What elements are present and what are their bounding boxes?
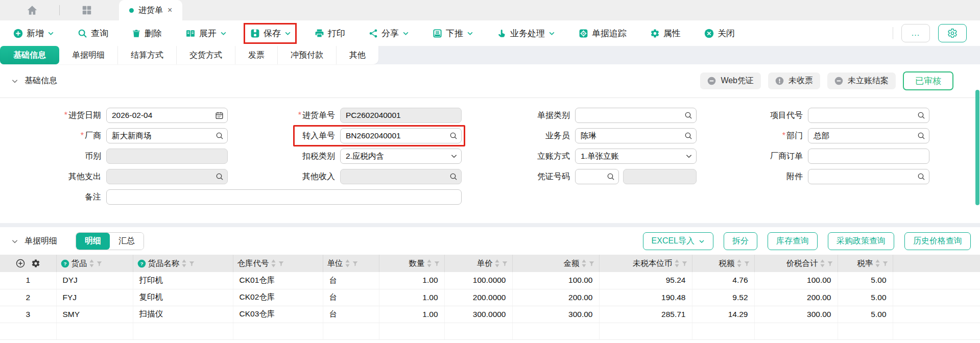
history-price-query-button[interactable]: 历史价格查询: [904, 232, 971, 250]
purchase-date-field[interactable]: 2026-02-04: [106, 108, 228, 123]
sort-icons[interactable]: [89, 259, 94, 267]
voucher-no-search-field[interactable]: [575, 169, 619, 184]
filter-icon[interactable]: [434, 260, 440, 267]
filter-icon[interactable]: [882, 260, 889, 267]
share-button[interactable]: 分享: [369, 28, 409, 39]
vendor-field[interactable]: 新大新商场: [106, 128, 228, 143]
push-down-button[interactable]: 下推: [433, 28, 473, 39]
sort-icons[interactable]: [582, 259, 586, 267]
search-icon[interactable]: [449, 132, 458, 140]
more-button[interactable]: ...: [901, 24, 930, 42]
toggle-summary-button[interactable]: 汇总: [110, 233, 144, 250]
collapse-chevron-icon[interactable]: [11, 78, 18, 85]
excel-import-button[interactable]: EXCEL导入: [643, 232, 713, 250]
sort-icons[interactable]: [345, 259, 350, 267]
tab-invoice[interactable]: 发票: [235, 46, 278, 64]
search-icon[interactable]: [917, 111, 925, 119]
filter-icon[interactable]: [352, 260, 358, 267]
search-icon[interactable]: [216, 132, 224, 140]
search-icon[interactable]: [449, 173, 458, 181]
document-tab[interactable]: 进货单 ×: [119, 0, 182, 20]
business-process-button[interactable]: 业务处理: [497, 28, 555, 39]
query-button[interactable]: 查询: [78, 28, 108, 39]
vertical-scrollbar-thumb[interactable]: [975, 90, 979, 205]
inventory-query-button[interactable]: 库存查询: [768, 232, 818, 250]
toggle-detail-button[interactable]: 明细: [76, 233, 110, 250]
tab-delivery-method[interactable]: 交货方式: [177, 46, 235, 64]
tab-document-detail[interactable]: 单据明细: [59, 46, 118, 64]
attachment-field[interactable]: [808, 169, 929, 184]
search-icon[interactable]: [917, 132, 925, 140]
other-expense-field[interactable]: [106, 169, 228, 184]
apps-grid-icon[interactable]: [81, 5, 92, 16]
col-unit[interactable]: 单位: [327, 258, 375, 269]
filter-icon[interactable]: [827, 260, 833, 267]
sort-icons[interactable]: [271, 259, 276, 267]
filter-icon[interactable]: [744, 260, 750, 267]
table-row[interactable]: 1 DYJ 打印机 CK01仓库 台 1.00 100.0000 100.00 …: [0, 272, 980, 289]
col-warehouse[interactable]: 仓库代号: [237, 258, 319, 269]
document-trace-button[interactable]: 单据追踪: [579, 28, 627, 39]
search-icon[interactable]: [216, 173, 224, 181]
close-button[interactable]: 关闭: [704, 28, 735, 39]
sort-icons[interactable]: [675, 259, 679, 267]
add-row-icon[interactable]: [16, 259, 25, 268]
tab-other[interactable]: 其他: [337, 46, 378, 64]
department-field[interactable]: 总部: [808, 128, 929, 143]
remark-field[interactable]: [106, 189, 462, 205]
column-settings-icon[interactable]: [31, 259, 40, 268]
chevron-down-icon[interactable]: [450, 153, 458, 160]
sort-icons[interactable]: [495, 259, 499, 267]
split-button[interactable]: 拆分: [724, 232, 757, 250]
print-button[interactable]: 打印: [315, 28, 345, 39]
home-icon[interactable]: [27, 5, 38, 16]
delete-button[interactable]: 删除: [132, 28, 162, 39]
sort-icons[interactable]: [182, 259, 186, 267]
vendor-order-field[interactable]: [808, 149, 929, 164]
add-button[interactable]: 新增: [13, 28, 54, 39]
collapse-chevron-icon[interactable]: [11, 238, 18, 245]
filter-icon[interactable]: [588, 260, 595, 267]
sort-icons[interactable]: [820, 259, 825, 267]
calendar-icon[interactable]: [215, 111, 224, 120]
save-button[interactable]: 保存: [250, 28, 291, 39]
col-tax[interactable]: 税额: [697, 258, 750, 269]
doc-category-field[interactable]: [575, 108, 697, 123]
properties-button[interactable]: 属性: [650, 28, 681, 39]
expand-button[interactable]: 展开: [185, 28, 227, 39]
sort-icons[interactable]: [427, 259, 432, 267]
settings-button[interactable]: [938, 24, 967, 42]
col-net-amount[interactable]: 未税本位币: [604, 258, 688, 269]
col-item-name[interactable]: ? 货品名称: [137, 258, 229, 269]
filter-icon[interactable]: [188, 260, 195, 267]
project-code-field[interactable]: [808, 108, 929, 123]
other-income-field[interactable]: [340, 169, 462, 184]
transfer-no-field[interactable]: BN2602040001: [340, 128, 462, 143]
filter-icon[interactable]: [96, 260, 103, 267]
filter-icon[interactable]: [501, 260, 508, 267]
search-icon[interactable]: [684, 111, 692, 119]
sort-icons[interactable]: [875, 259, 880, 267]
col-total-with-tax[interactable]: 价税合计: [759, 258, 833, 269]
col-amount[interactable]: 金额: [517, 258, 595, 269]
sort-icons[interactable]: [737, 259, 742, 267]
table-row[interactable]: 3 SMY 扫描仪 CK03仓库 台 1.00 300.0000 300.00 …: [0, 306, 980, 323]
col-tax-rate[interactable]: 税率: [842, 258, 889, 269]
filter-icon[interactable]: [278, 260, 284, 267]
chevron-down-icon[interactable]: [685, 153, 692, 160]
table-row[interactable]: 2 FYJ 复印机 CK02仓库 台 1.00 200.0000 200.00 …: [0, 289, 980, 306]
search-icon[interactable]: [607, 173, 615, 181]
col-item-code[interactable]: ? 货品: [61, 258, 129, 269]
salesperson-field[interactable]: 陈琳: [575, 128, 697, 143]
purchase-policy-query-button[interactable]: 采购政策查询: [828, 232, 894, 250]
tab-settlement-method[interactable]: 结算方式: [118, 46, 177, 64]
filter-icon[interactable]: [681, 260, 688, 267]
tab-close-icon[interactable]: ×: [168, 6, 172, 15]
search-icon[interactable]: [917, 173, 925, 181]
tab-basic-info[interactable]: 基础信息: [0, 46, 59, 64]
tab-offset-prepayment[interactable]: 冲预付款: [278, 46, 337, 64]
booking-method-select[interactable]: 1.单张立账: [575, 149, 697, 164]
col-quantity[interactable]: 数量: [384, 258, 440, 269]
search-icon[interactable]: [684, 132, 692, 140]
tax-category-select[interactable]: 2.应税内含: [340, 149, 462, 164]
